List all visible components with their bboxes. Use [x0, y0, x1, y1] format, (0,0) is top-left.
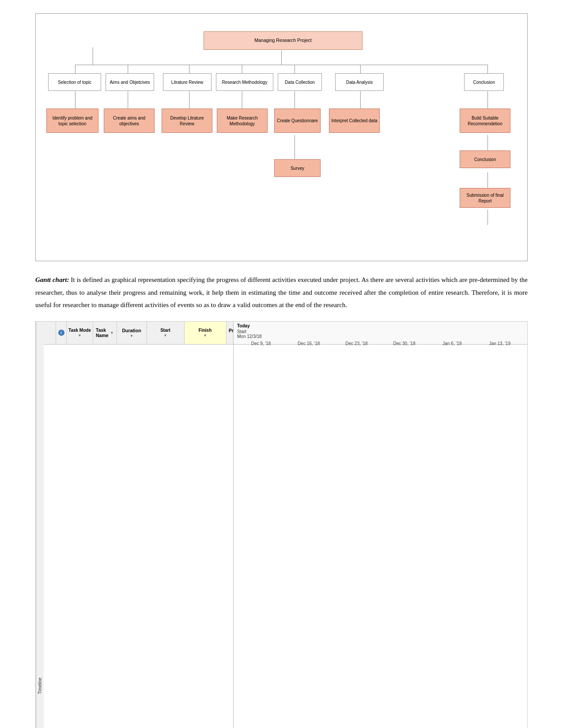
- column-headers-row: i Task Mode ▼ Task Name ▼ Durat: [44, 322, 233, 345]
- fc-r3-create: Create Questionnare: [274, 109, 321, 133]
- timeline-vertical-label: Timeline: [36, 322, 44, 728]
- flowchart-diagram: Managing Research Project Selection of t…: [40, 23, 523, 252]
- col-mode-header: Task Mode ▼: [67, 322, 93, 344]
- fc-top-box: Managing Research Project: [204, 31, 363, 50]
- gantt-text-body: It is defined as graphical representatio…: [35, 276, 528, 308]
- fc-r3-identify: Identify problem and topic selection: [46, 109, 98, 133]
- col-start-header: Start ▼: [147, 322, 185, 344]
- fc-submission: Submission of final Report: [460, 188, 510, 208]
- gantt-table: Timeline i Task Mode ▼ Task Name: [35, 321, 528, 728]
- fc-r2-datacoll: Data Collection: [278, 73, 322, 91]
- col-duration-header: Duration ▼: [117, 322, 147, 344]
- col-num-header: [44, 322, 56, 344]
- fc-r3-develop: Develop Litrature Review: [162, 109, 212, 133]
- fc-r4-conclusion: Conclusion: [460, 150, 510, 168]
- timeline-dates-row: Dec 9, '18 Dec 16, '18 Dec 23, '18 Dec 3…: [237, 340, 524, 346]
- fc-r3-createaims: Create aims and objectives: [104, 109, 155, 133]
- gantt-header: Timeline i Task Mode ▼ Task Name: [36, 322, 527, 728]
- fc-r2-conclusion: Conclusion: [464, 73, 504, 91]
- fc-r3-build: Build Suitable Recommendetion: [460, 109, 510, 133]
- fc-r2-selection: Selection of topic: [48, 73, 101, 91]
- gantt-paragraph: Gantt chart: It is defined as graphical …: [35, 274, 528, 311]
- timeline-header: Today Start Mon 12/3/18 Dec 9, '18 Dec 1…: [234, 322, 527, 345]
- fc-r3-interpret: Interpret Collected data: [329, 109, 380, 133]
- fc-r2-litrature: Litrature Review: [163, 73, 212, 91]
- fc-r2-aims: Aims and Objetcives: [106, 73, 154, 91]
- left-panel-header: i Task Mode ▼ Task Name ▼ Durat: [44, 322, 234, 728]
- col-info-header: i: [56, 322, 67, 344]
- timeline-panel-header: Today Start Mon 12/3/18 Dec 9, '18 Dec 1…: [234, 322, 527, 728]
- fc-survey: Survey: [274, 159, 321, 177]
- col-finish-header: Finish ▼: [185, 322, 227, 344]
- fc-r2-research: Research Methodology: [216, 73, 273, 91]
- fc-r3-make: Make Research Methodology: [217, 109, 268, 133]
- col-taskname-header: Task Name ▼: [93, 322, 117, 344]
- flowchart-container: Managing Research Project Selection of t…: [35, 13, 528, 261]
- gantt-label-bold-italic: Gantt chart:: [35, 276, 69, 283]
- fc-r2-dataanalysis: Data Analysis: [335, 73, 384, 91]
